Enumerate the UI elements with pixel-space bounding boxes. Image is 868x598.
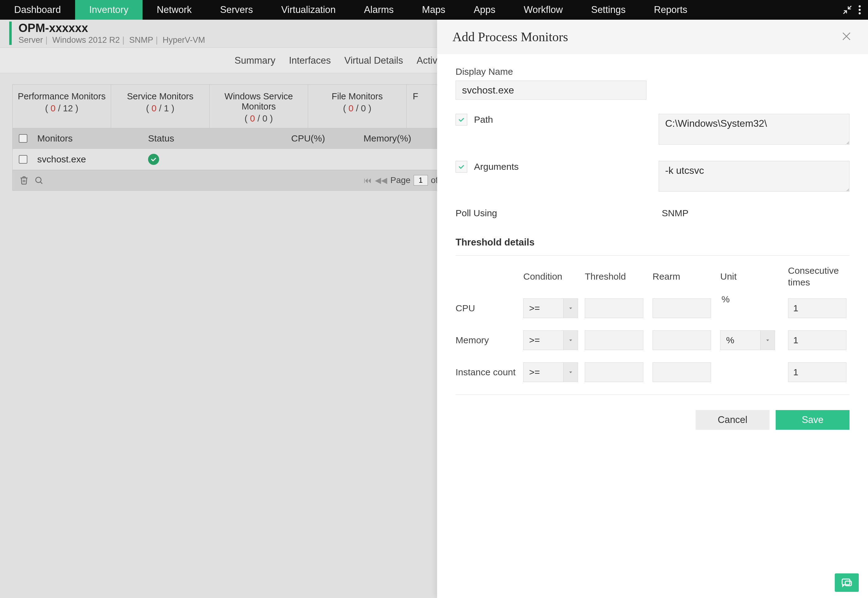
- th-monitors[interactable]: Monitors: [37, 133, 148, 144]
- search-icon[interactable]: [32, 174, 45, 187]
- chevron-down-icon[interactable]: [760, 330, 775, 350]
- th-head-rearm: Rearm: [652, 271, 720, 282]
- svg-marker-10: [570, 339, 572, 341]
- pager-page-label: Page: [390, 175, 410, 185]
- display-name-label: Display Name: [456, 66, 850, 77]
- poll-using-label: Poll Using: [456, 208, 662, 218]
- svg-marker-11: [766, 339, 769, 341]
- pager-page-input[interactable]: [414, 175, 428, 185]
- svg-point-2: [859, 5, 861, 7]
- nav-inventory[interactable]: Inventory: [75, 0, 143, 20]
- top-nav: Dashboard Inventory Network Servers Virt…: [0, 0, 868, 20]
- table-header-row: Monitors Status CPU(%) Memory(%): [13, 128, 443, 149]
- cancel-button[interactable]: Cancel: [696, 410, 769, 430]
- status-ok-icon: [148, 154, 159, 165]
- delete-icon[interactable]: [18, 174, 30, 187]
- cpu-consecutive-input[interactable]: [788, 298, 847, 318]
- nav-virtualization[interactable]: Virtualization: [267, 0, 350, 20]
- cpu-threshold-input[interactable]: [585, 298, 643, 318]
- threshold-row-instance-label: Instance count: [456, 367, 523, 377]
- m-tab-service[interactable]: Service Monitors ( 0 / 1 ): [111, 85, 210, 128]
- table-row[interactable]: svchost.exe: [13, 149, 443, 170]
- m-tab-performance-label: Performance Monitors: [18, 91, 106, 101]
- chevron-down-icon[interactable]: [563, 298, 578, 318]
- th-head-condition: Condition: [523, 271, 585, 282]
- chat-help-button[interactable]: [835, 573, 859, 592]
- pager-first-icon[interactable]: ⏮: [364, 176, 372, 185]
- cpu-unit: %: [720, 294, 788, 305]
- select-all-checkbox[interactable]: [19, 134, 27, 143]
- instance-consecutive-input[interactable]: [788, 362, 847, 382]
- instance-condition-select[interactable]: >=: [523, 362, 585, 382]
- path-checkbox[interactable]: [456, 114, 467, 126]
- kebab-menu-icon[interactable]: [858, 4, 862, 15]
- nav-dashboard[interactable]: Dashboard: [0, 0, 75, 20]
- path-label: Path: [474, 114, 493, 125]
- memory-consecutive-input[interactable]: [788, 330, 847, 350]
- svg-line-0: [848, 6, 852, 9]
- th-memory[interactable]: Memory(%): [364, 133, 431, 144]
- svg-point-5: [36, 177, 41, 183]
- crumb-vm: HyperV-VM: [162, 35, 205, 45]
- cpu-rearm-input[interactable]: [652, 298, 711, 318]
- th-head-consecutive: Consecutive times: [788, 265, 850, 288]
- nav-network[interactable]: Network: [142, 0, 206, 20]
- m-tab-service-label: Service Monitors: [127, 91, 193, 101]
- collapse-icon[interactable]: [842, 4, 853, 15]
- th-status[interactable]: Status: [148, 133, 253, 144]
- tab-interfaces[interactable]: Interfaces: [288, 54, 331, 67]
- arguments-checkbox[interactable]: [456, 161, 467, 173]
- instance-rearm-input[interactable]: [652, 362, 711, 382]
- m-tab-windows-service[interactable]: Windows Service Monitors ( 0 / 0 ): [210, 85, 308, 128]
- th-head-threshold: Threshold: [585, 271, 652, 282]
- chevron-down-icon[interactable]: [563, 330, 578, 350]
- crumb-server: Server: [18, 35, 43, 45]
- nav-reports[interactable]: Reports: [640, 0, 702, 20]
- svg-marker-9: [570, 308, 572, 309]
- th-head-unit: Unit: [720, 271, 788, 282]
- cpu-condition-select[interactable]: >=: [523, 298, 585, 318]
- memory-rearm-input[interactable]: [652, 330, 711, 350]
- crumb-os: Windows 2012 R2: [52, 35, 120, 45]
- tab-virtual-details[interactable]: Virtual Details: [344, 54, 404, 67]
- add-process-monitors-panel: Add Process Monitors Display Name Path: [437, 20, 868, 598]
- display-name-input[interactable]: [456, 81, 646, 100]
- memory-threshold-input[interactable]: [585, 330, 643, 350]
- nav-apps[interactable]: Apps: [460, 0, 510, 20]
- threshold-row-cpu-label: CPU: [456, 303, 523, 314]
- svg-marker-12: [570, 372, 572, 373]
- row-monitor-name: svchost.exe: [37, 154, 148, 164]
- m-tab-performance[interactable]: Performance Monitors ( 0 / 12 ): [13, 85, 111, 128]
- save-button[interactable]: Save: [776, 410, 850, 430]
- svg-line-6: [40, 182, 42, 184]
- nav-servers[interactable]: Servers: [206, 0, 267, 20]
- th-cpu[interactable]: CPU(%): [253, 133, 364, 144]
- tab-summary[interactable]: Summary: [234, 54, 276, 67]
- svg-point-4: [859, 12, 861, 15]
- instance-threshold-input[interactable]: [585, 362, 643, 382]
- m-tab-file-label: File Monitors: [332, 91, 383, 101]
- svg-point-3: [859, 9, 861, 11]
- poll-using-value: SNMP: [662, 208, 850, 218]
- nav-maps[interactable]: Maps: [408, 0, 460, 20]
- m-tab-windows-service-label: Windows Service Monitors: [224, 91, 293, 111]
- nav-workflow[interactable]: Workflow: [510, 0, 577, 20]
- row-checkbox[interactable]: [19, 155, 27, 164]
- memory-unit-select[interactable]: %: [720, 330, 788, 350]
- memory-condition-select[interactable]: >=: [523, 330, 585, 350]
- crumb-protocol: SNMP: [129, 35, 153, 45]
- svg-rect-13: [842, 579, 850, 585]
- arguments-input[interactable]: [659, 161, 850, 191]
- close-icon[interactable]: [840, 30, 853, 44]
- table-footer: ⏮ ◀◀ Page of: [13, 170, 443, 190]
- nav-alarms[interactable]: Alarms: [350, 0, 408, 20]
- nav-settings[interactable]: Settings: [577, 0, 640, 20]
- pager-prev-icon[interactable]: ◀◀: [375, 176, 387, 185]
- path-input[interactable]: [659, 114, 850, 145]
- m-tab-file[interactable]: File Monitors ( 0 / 0 ): [308, 85, 406, 128]
- threshold-section-title: Threshold details: [456, 237, 850, 256]
- threshold-row-memory-label: Memory: [456, 335, 523, 345]
- chevron-down-icon[interactable]: [563, 362, 578, 382]
- monitors-table: Monitors Status CPU(%) Memory(%) svchost…: [12, 128, 443, 191]
- arguments-label: Arguments: [474, 161, 519, 172]
